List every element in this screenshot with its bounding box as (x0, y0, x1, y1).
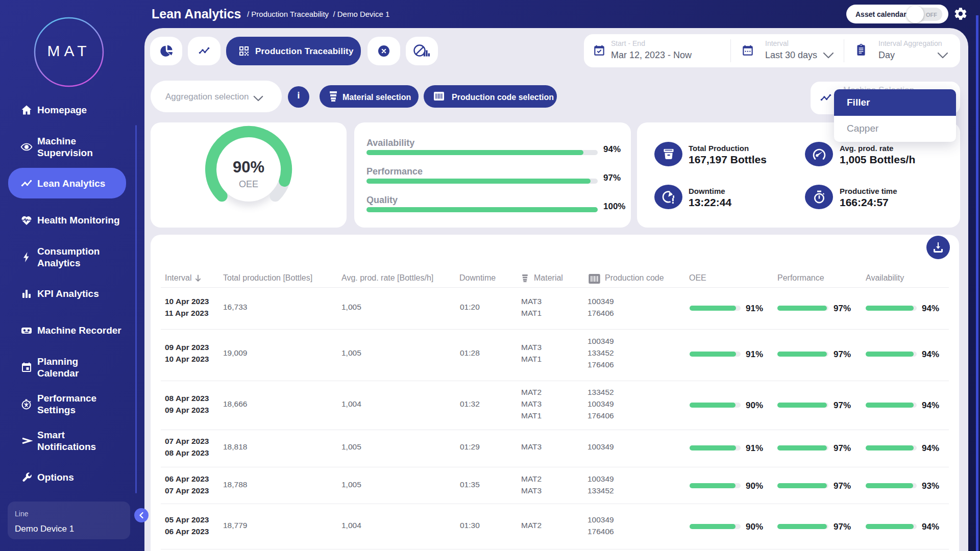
svg-text:MAT: MAT (47, 42, 90, 59)
